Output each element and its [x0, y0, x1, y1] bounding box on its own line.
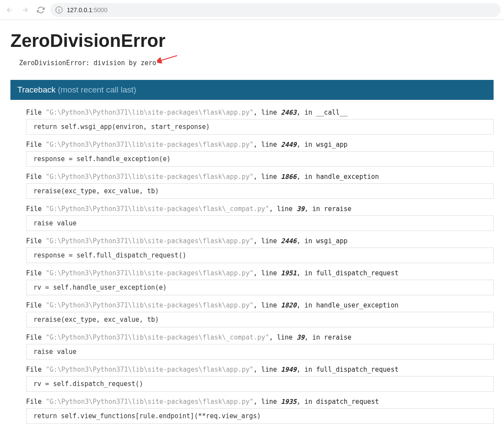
code-line[interactable]: rv = self.handle_user_exception(e)	[26, 280, 494, 295]
file-path: "G:\Python3\Python371\lib\site-packages\…	[46, 334, 269, 341]
file-label: File	[26, 398, 46, 406]
in-label: , in	[296, 173, 316, 181]
line-label: , line	[254, 301, 281, 309]
function-name: dispatch_request	[316, 398, 379, 406]
site-info-icon[interactable]: i	[56, 7, 63, 13]
function-name: __call__	[316, 109, 347, 116]
function-name: reraise	[324, 334, 351, 341]
frame-header[interactable]: File "G:\Python3\Python371\lib\site-pack…	[26, 237, 494, 248]
file-label: File	[26, 301, 46, 309]
line-number: 1951	[281, 269, 296, 277]
frame-header[interactable]: File "G:\Python3\Python371\lib\site-pack…	[26, 109, 494, 119]
in-label: , in	[296, 269, 316, 277]
line-label: , line	[254, 141, 281, 149]
traceback-frame: File "G:\Python3\Python371\lib\site-pack…	[26, 205, 494, 231]
function-name: reraise	[324, 205, 351, 213]
line-number: 1866	[281, 173, 296, 181]
function-name: full_dispatch_request	[316, 366, 399, 373]
file-label: File	[26, 109, 46, 116]
code-line[interactable]: raise value	[26, 215, 494, 231]
traceback-label: Traceback	[17, 85, 58, 94]
frame-header[interactable]: File "G:\Python3\Python371\lib\site-pack…	[26, 301, 494, 312]
frame-header[interactable]: File "G:\Python3\Python371\lib\site-pack…	[26, 366, 494, 376]
traceback-frame: File "G:\Python3\Python371\lib\site-pack…	[26, 237, 494, 263]
file-label: File	[26, 173, 46, 181]
file-path: "G:\Python3\Python371\lib\site-packages\…	[46, 398, 254, 406]
traceback-header: Traceback (most recent call last)	[10, 80, 494, 100]
in-label: , in	[296, 237, 316, 245]
line-label: , line	[254, 269, 281, 277]
code-line[interactable]: response = self.handle_exception(e)	[26, 151, 494, 167]
file-path: "G:\Python3\Python371\lib\site-packages\…	[46, 173, 254, 181]
line-number: 39	[296, 334, 304, 341]
file-path: "G:\Python3\Python371\lib\site-packages\…	[46, 237, 254, 245]
code-line[interactable]: reraise(exc_type, exc_value, tb)	[26, 312, 494, 327]
address-bar[interactable]: i 127.0.0.1:5000	[50, 3, 501, 17]
error-title: ZeroDivisionError	[10, 30, 494, 51]
frame-header[interactable]: File "G:\Python3\Python371\lib\site-pack…	[26, 398, 494, 408]
traceback-frame: File "G:\Python3\Python371\lib\site-pack…	[26, 334, 494, 360]
file-label: File	[26, 366, 46, 373]
traceback-frame: File "G:\Python3\Python371\lib\site-pack…	[26, 173, 494, 199]
error-message: ZeroDivisionError: division by zero	[10, 59, 494, 67]
in-label: , in	[296, 366, 316, 373]
frame-header[interactable]: File "G:\Python3\Python371\lib\site-pack…	[26, 334, 494, 344]
frame-header[interactable]: File "G:\Python3\Python371\lib\site-pack…	[26, 141, 494, 151]
browser-toolbar: i 127.0.0.1:5000	[0, 0, 504, 20]
line-number: 1935	[281, 398, 296, 406]
file-label: File	[26, 334, 46, 341]
in-label: , in	[304, 205, 324, 213]
file-path: "G:\Python3\Python371\lib\site-packages\…	[46, 301, 254, 309]
line-label: , line	[254, 366, 281, 373]
line-number: 39	[296, 205, 304, 213]
line-label: , line	[254, 173, 281, 181]
line-label: , line	[254, 237, 281, 245]
file-path: "G:\Python3\Python371\lib\site-packages\…	[46, 109, 254, 116]
file-path: "G:\Python3\Python371\lib\site-packages\…	[46, 269, 254, 277]
back-button[interactable]	[3, 4, 16, 16]
traceback-body: File "G:\Python3\Python371\lib\site-pack…	[10, 100, 494, 426]
frame-header[interactable]: File "G:\Python3\Python371\lib\site-pack…	[26, 173, 494, 183]
page-content: ZeroDivisionError ZeroDivisionError: div…	[0, 20, 504, 426]
frame-header[interactable]: File "G:\Python3\Python371\lib\site-pack…	[26, 269, 494, 280]
in-label: , in	[296, 109, 316, 116]
traceback-frame: File "G:\Python3\Python371\lib\site-pack…	[26, 366, 494, 392]
code-line[interactable]: raise value	[26, 344, 494, 360]
file-label: File	[26, 141, 46, 149]
traceback-frame: File "G:\Python3\Python371\lib\site-pack…	[26, 269, 494, 295]
function-name: full_dispatch_request	[316, 269, 399, 277]
code-line[interactable]: return self.view_functions[rule.endpoint…	[26, 408, 494, 424]
line-label: , line	[254, 398, 281, 406]
url-text: 127.0.0.1:5000	[67, 7, 107, 13]
code-line[interactable]: rv = self.dispatch_request()	[26, 376, 494, 392]
traceback-sublabel: (most recent call last)	[58, 85, 136, 94]
traceback-frame: File "G:\Python3\Python371\lib\site-pack…	[26, 301, 494, 327]
line-label: , line	[269, 205, 296, 213]
function-name: handle_exception	[316, 173, 379, 181]
line-number: 1820	[281, 301, 296, 309]
line-number: 2449	[281, 141, 296, 149]
traceback-frame: File "G:\Python3\Python371\lib\site-pack…	[26, 398, 494, 424]
reload-button[interactable]	[35, 4, 47, 16]
code-line[interactable]: response = self.full_dispatch_request()	[26, 248, 494, 263]
in-label: , in	[296, 141, 316, 149]
in-label: , in	[304, 334, 324, 341]
file-label: File	[26, 205, 46, 213]
function-name: handle_user_exception	[316, 301, 399, 309]
code-line[interactable]: reraise(exc_type, exc_value, tb)	[26, 183, 494, 199]
in-label: , in	[296, 398, 316, 406]
line-number: 2446	[281, 237, 296, 245]
file-label: File	[26, 269, 46, 277]
function-name: wsgi_app	[316, 237, 347, 245]
line-number: 1949	[281, 366, 296, 373]
line-label: , line	[269, 334, 296, 341]
file-path: "G:\Python3\Python371\lib\site-packages\…	[46, 141, 254, 149]
file-path: "G:\Python3\Python371\lib\site-packages\…	[46, 366, 254, 373]
file-path: "G:\Python3\Python371\lib\site-packages\…	[46, 205, 269, 213]
frame-header[interactable]: File "G:\Python3\Python371\lib\site-pack…	[26, 205, 494, 215]
forward-button[interactable]	[19, 4, 31, 16]
file-label: File	[26, 237, 46, 245]
line-label: , line	[254, 109, 281, 116]
code-line[interactable]: return self.wsgi_app(environ, start_resp…	[26, 119, 494, 135]
function-name: wsgi_app	[316, 141, 347, 149]
